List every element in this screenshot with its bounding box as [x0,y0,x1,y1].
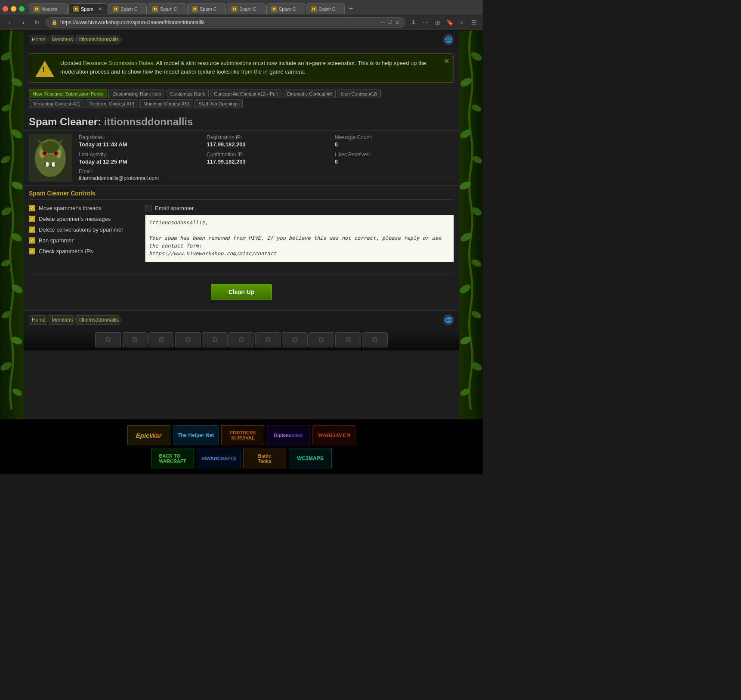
svg-point-26 [42,141,59,153]
alert-icon-wrap [35,59,54,77]
tab-4[interactable]: H Spam C [187,3,226,14]
deco-ornament-1: ⚙ [95,332,121,347]
partners-row-1: EpicWar The Helper Net FORTRESSSURVIVAL … [127,425,356,445]
likes-received-cell: Likes Received: 0 [335,152,454,165]
maximize-button[interactable] [19,6,25,12]
partner-warhaven[interactable]: WARHAVEN [312,425,355,445]
ann-tab-9[interactable]: Staff Job Openings [195,99,242,108]
ann-tab-5[interactable]: Icon Contest #18 [337,90,380,98]
breadcrumb-bottom-username[interactable]: ittionnsddonnallis [76,315,123,325]
email-template-textarea[interactable]: ittionnsddonnallis, Your spam has been r… [145,215,454,262]
page-title-section: Spam Cleaner: ittionnsddonnallis [24,112,459,130]
tab-favicon-6: H [271,6,277,12]
chevrons-icon[interactable]: » [457,18,466,27]
tab-close-1[interactable]: ✕ [98,6,102,12]
tab-label-2: Spam C [120,6,138,12]
ann-tab-3[interactable]: Concept Art Contest #12 - Poll [210,90,281,98]
vine-border-left [0,31,24,419]
svg-point-28 [459,76,473,88]
alert-close-button[interactable]: ✕ [444,57,449,65]
breadcrumb-home[interactable]: Home [29,35,49,44]
tab-2[interactable]: H Spam C [108,3,147,14]
partner-diplomunion[interactable]: Diplomunion [267,425,310,445]
tab-6[interactable]: H Spam C [266,3,305,14]
ann-tab-1[interactable]: Customizing Rank Icon [108,90,165,98]
breadcrumb-bottom-home[interactable]: Home [29,315,49,325]
ann-tab-7[interactable]: Techtree Contest #13 [86,99,139,108]
tab-3[interactable]: H Spam C [148,3,186,14]
grid-icon[interactable]: ⊞ [433,18,442,27]
breadcrumb-members[interactable]: Members [49,35,77,44]
extensions-icon[interactable]: ⋯ [421,18,430,27]
deco-ornament-10: ⚙ [335,332,361,347]
alert-link[interactable]: Resource Submission Rules [83,60,153,66]
cleanup-button[interactable]: Clean Up [211,284,272,300]
globe-icon: 🌐 [443,34,454,45]
back-button[interactable]: ‹ [4,17,15,28]
partners-row-2: BACK TOWARCRAFT R/WARCRAFT3 BattleTanks … [151,449,332,468]
url-box[interactable]: 🔒 https://www.hiveworkshop.com/spam-clea… [46,17,405,28]
partner-fortress[interactable]: FORTRESSSURVIVAL [221,425,264,445]
ann-tab-0[interactable]: New Resource Submission Policy [29,90,107,98]
last-activity-value: Today at 12:25 PM [79,158,198,165]
bookmark-icon[interactable]: 🔖 [445,18,454,27]
download-icon[interactable]: ⬇ [409,18,418,27]
tab-0[interactable]: H Modera [29,3,68,14]
checkbox-delete-conversations-input[interactable]: ✓ [29,226,35,233]
breadcrumb-username[interactable]: ittionnsddonnallis [76,35,123,44]
checkbox-delete-messages-input[interactable]: ✓ [29,216,35,222]
partner-epicwar[interactable]: EpicWar [127,425,170,445]
menu-icon[interactable]: ☰ [469,18,479,27]
deco-ornament-7: ⚙ [255,332,281,347]
tab-favicon-7: H [311,6,317,12]
checkbox-move-threads-input[interactable]: ✓ [29,205,35,211]
reg-ip-value: 117.99.182.203 [207,141,326,148]
ann-tab-2[interactable]: Customize Rank [167,90,209,98]
tab-7[interactable]: H Spam C [306,3,345,14]
epicwar-label: EpicWar [136,432,162,439]
ann-tab-8[interactable]: Modeling Contest #31 [139,99,193,108]
controls-email: Email spammer ittionnsddonnallis, Your s… [145,205,454,263]
deco-ornament-8: ⚙ [282,332,308,347]
tab-label-3: Spam C [160,6,177,12]
svg-point-36 [459,282,472,295]
divider-2 [29,274,454,274]
email-spammer-row: Email spammer [145,205,454,211]
email-spammer-checkbox[interactable] [145,205,151,211]
message-count-label: Message Count: [335,134,454,140]
partner-wc3maps[interactable]: WC3MAPS [289,449,332,468]
ann-tab-6[interactable]: Terraining Contest #21 [29,99,84,108]
deco-ornament-11: ⚙ [362,332,388,347]
forward-button[interactable]: › [18,17,28,28]
reload-button[interactable]: ↻ [32,17,42,28]
new-tab-button[interactable]: + [346,3,356,15]
checkbox-move-threads: ✓ Move spammer's threads [29,205,136,211]
diplomunion-label: Diplomunion [274,433,303,438]
partner-warcraft3[interactable]: R/WARCRAFT3 [197,449,241,468]
registered-cell: Registered: Today at 11:43 AM [79,134,198,148]
user-avatar [29,134,72,182]
tab-1[interactable]: H Spam ✕ [68,3,107,14]
star-icon[interactable]: ☆ [395,19,400,25]
svg-point-13 [11,387,23,397]
partner-battleTanks[interactable]: BattleTanks [243,449,286,468]
tab-5[interactable]: H Spam C [227,3,266,14]
tab-favicon-4: H [192,6,198,12]
backToWarcraft-label: BACK TOWARCRAFT [159,453,186,464]
checkbox-check-ips-input[interactable]: ✓ [29,248,35,254]
checkbox-ban-spammer-input[interactable]: ✓ [29,237,35,244]
controls-section: Spam Cleaner Controls ✓ Move spammer's t… [24,186,459,268]
svg-point-37 [470,310,482,320]
partner-helperNet[interactable]: The Helper Net [173,425,219,445]
breadcrumb-bottom: Home Members ittionnsddonnallis 🌐 [24,310,459,329]
breadcrumb-bottom-members[interactable]: Members [49,315,77,325]
ann-tab-4[interactable]: Cinematic Contest #8 [283,90,336,98]
minimize-button[interactable] [11,6,16,12]
partner-backToWarcraft[interactable]: BACK TOWARCRAFT [151,449,194,468]
reg-ip-label: Registration IP: [207,134,326,140]
deco-ornament-2: ⚙ [122,332,148,347]
svg-point-29 [470,103,482,113]
alert-updated-label: Updated [60,60,83,66]
tab-favicon-0: H [34,6,40,12]
close-button[interactable] [3,6,8,12]
